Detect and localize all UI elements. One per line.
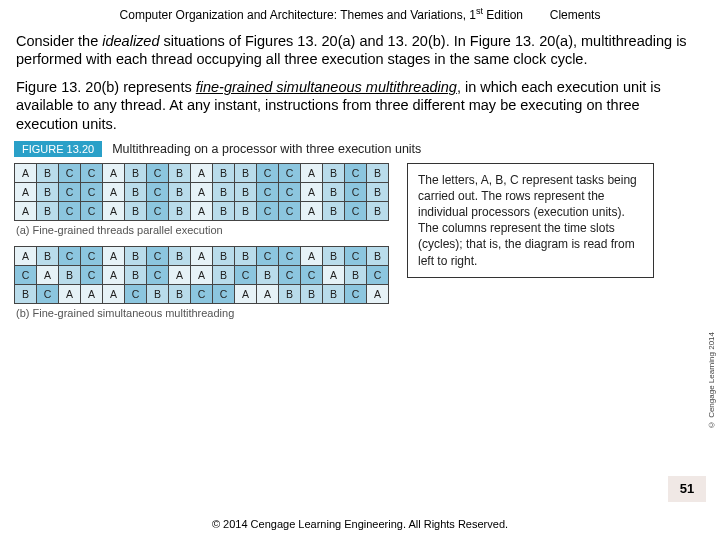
cell: C [257, 246, 279, 265]
cell: B [213, 246, 235, 265]
edition-word: Edition [483, 8, 523, 22]
cell: A [103, 246, 125, 265]
cell: B [257, 265, 279, 284]
cell: A [191, 265, 213, 284]
figure-chip: FIGURE 13.20 [14, 141, 102, 157]
cell: B [15, 284, 37, 303]
cell: A [235, 284, 257, 303]
cell: C [257, 201, 279, 220]
cell: C [147, 246, 169, 265]
cell: A [301, 246, 323, 265]
cell: C [345, 284, 367, 303]
cell: B [125, 182, 147, 201]
cell: C [37, 284, 59, 303]
cell: B [125, 246, 147, 265]
cell: B [59, 265, 81, 284]
cell: A [103, 201, 125, 220]
caption-a: (a) Fine-grained threads parallel execut… [16, 224, 389, 236]
cell: A [301, 201, 323, 220]
cell: B [37, 246, 59, 265]
cell: A [37, 265, 59, 284]
cell: B [213, 182, 235, 201]
cell: B [301, 284, 323, 303]
cell: B [169, 201, 191, 220]
cell: C [59, 163, 81, 182]
cell: C [59, 246, 81, 265]
cell: B [279, 284, 301, 303]
cell: C [279, 246, 301, 265]
cell: C [81, 246, 103, 265]
cell: C [235, 265, 257, 284]
cell: C [345, 182, 367, 201]
cell: C [147, 163, 169, 182]
paragraph-2: Figure 13. 20(b) represents fine-grained… [0, 72, 720, 136]
cell: A [169, 265, 191, 284]
slide-number: 51 [668, 476, 706, 502]
cell: B [213, 201, 235, 220]
cell: A [191, 246, 213, 265]
cell: B [367, 246, 389, 265]
paragraph-1: Consider the idealized situations of Fig… [0, 26, 720, 72]
cell: A [191, 163, 213, 182]
cell: B [37, 163, 59, 182]
cell: C [345, 246, 367, 265]
cell: B [235, 201, 257, 220]
cell: C [345, 163, 367, 182]
cell: A [15, 246, 37, 265]
cell: C [59, 182, 81, 201]
cell: A [323, 265, 345, 284]
cell: A [301, 182, 323, 201]
cell: C [279, 201, 301, 220]
cell: A [15, 163, 37, 182]
cell: C [301, 265, 323, 284]
cell: C [15, 265, 37, 284]
cell: C [147, 265, 169, 284]
cell: B [213, 163, 235, 182]
cell: B [323, 201, 345, 220]
cell: C [367, 265, 389, 284]
cell: A [103, 284, 125, 303]
cell: C [81, 265, 103, 284]
slide-footer: © 2014 Cengage Learning Engineering. All… [0, 518, 720, 530]
cell: A [103, 163, 125, 182]
cell: C [279, 265, 301, 284]
figure-side-note: The letters, A, B, C represent tasks bei… [407, 163, 654, 278]
cell: B [169, 182, 191, 201]
cell: C [345, 201, 367, 220]
author: Clements [550, 8, 601, 22]
figure-title: Multithreading on a processor with three… [112, 142, 421, 156]
cell: B [37, 182, 59, 201]
cell: A [191, 182, 213, 201]
cell: A [103, 182, 125, 201]
cell: B [367, 163, 389, 182]
cell: A [103, 265, 125, 284]
cell: B [125, 265, 147, 284]
slide-header: Computer Organization and Architecture: … [0, 0, 720, 26]
cell: B [169, 284, 191, 303]
cell: C [81, 182, 103, 201]
cell: B [147, 284, 169, 303]
cell: C [125, 284, 147, 303]
cell: A [59, 284, 81, 303]
cell: C [81, 201, 103, 220]
cell: B [169, 163, 191, 182]
cell: B [367, 201, 389, 220]
cell: B [235, 163, 257, 182]
cell: B [235, 182, 257, 201]
table-b: ABCCABCBABBCCABCBCABCABCAABCBCCABCBCAAAC… [14, 246, 389, 304]
cell: C [147, 182, 169, 201]
cell: A [15, 182, 37, 201]
cell: C [213, 284, 235, 303]
cell: A [367, 284, 389, 303]
cell: A [15, 201, 37, 220]
cell: B [37, 201, 59, 220]
cell: B [323, 163, 345, 182]
cell: C [279, 182, 301, 201]
cell: C [59, 201, 81, 220]
cell: B [323, 284, 345, 303]
cell: B [125, 163, 147, 182]
credit-vertical: © Cengage Learning 2014 [707, 332, 716, 429]
cell: C [147, 201, 169, 220]
book-title: Computer Organization and Architecture: … [120, 8, 476, 22]
edition-sup: st [476, 6, 483, 16]
